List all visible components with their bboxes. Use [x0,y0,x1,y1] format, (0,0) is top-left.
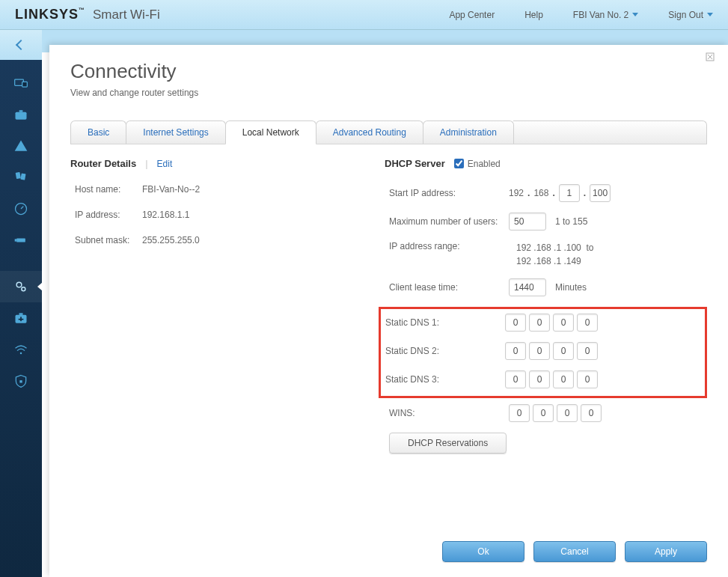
wins-d-input[interactable] [581,404,602,422]
dns2-b-input[interactable] [529,342,550,360]
tab-local-network[interactable]: Local Network [225,120,316,144]
dns1-d-input[interactable] [577,314,598,332]
ok-button[interactable]: Ok [442,541,524,562]
svg-rect-4 [16,172,21,179]
dns3-c-input[interactable] [553,370,574,388]
gauge-icon [13,201,28,216]
sidebar-item-devices[interactable] [0,67,42,99]
dns2-a-input[interactable] [505,342,526,360]
top-header: LINKSYS™ Smart Wi-Fi App Center Help FBI… [0,0,728,30]
gears-icon [13,279,28,294]
cancel-button[interactable]: Cancel [533,541,616,562]
sidebar-item-priority[interactable] [0,162,42,193]
ip-address-value: 192.168.1.1 [142,210,189,220]
sidebar-item-connectivity[interactable] [0,271,42,302]
tab-internet[interactable]: Internet Settings [126,120,225,144]
dhcp-enabled-label: Enabled [468,159,501,169]
max-users-label: Maximum number of users: [389,216,509,227]
brand-logo: LINKSYS™ [15,7,85,22]
svg-rect-8 [16,239,25,242]
svg-line-7 [21,207,23,209]
wifi-icon [13,342,28,357]
nav-help[interactable]: Help [524,10,543,20]
wins-label: WINS: [389,408,509,418]
top-nav: App Center Help FBI Van No. 2 Sign Out [449,10,713,20]
tab-basic[interactable]: Basic [70,120,126,144]
page-title: Connectivity [70,60,707,83]
svg-rect-3 [19,110,23,112]
usb-icon [13,233,28,248]
max-users-input[interactable] [509,213,546,231]
dhcp-title: DHCP Server [385,158,445,169]
router-details-header: Router Details | Edit [70,158,355,169]
close-button[interactable] [706,52,715,64]
devices-icon [13,76,28,91]
subnet-mask-value: 255.255.255.0 [142,235,200,245]
dns1-label: Static DNS 1: [385,317,505,328]
svg-rect-5 [20,173,25,180]
tabs: Basic Internet Settings Local Network Ad… [70,120,707,144]
tab-advanced[interactable]: Advanced Routing [316,120,423,144]
start-ip-b: 168 [533,188,548,198]
caret-down-icon [707,13,713,16]
sidebar-item-security[interactable] [0,365,42,397]
dns2-c-input[interactable] [553,342,574,360]
dhcp-header: DHCP Server Enabled [385,158,707,169]
svg-rect-13 [19,313,23,315]
sidebar-item-speedtest[interactable] [0,193,42,225]
svg-rect-17 [19,380,22,382]
nav-network-dropdown[interactable]: FBI Van No. 2 [573,10,638,20]
svg-point-16 [20,352,22,355]
sidebar-item-usb[interactable] [0,225,42,256]
range-value: 192 .168 .1 .100 to 192 .168 .1 .149 [509,241,593,268]
apply-button[interactable]: Apply [625,541,707,562]
start-ip-d-input[interactable] [590,184,611,202]
host-name-value: FBI-Van-No--2 [142,184,200,195]
separator: | [145,158,147,169]
chevron-left-icon [16,40,26,50]
wins-a-input[interactable] [509,404,530,422]
dns2-d-input[interactable] [577,342,598,360]
sidebar-item-parental[interactable] [0,130,42,162]
caret-down-icon [632,13,638,16]
max-users-hint: 1 to 155 [555,216,587,227]
dns1-b-input[interactable] [529,314,550,332]
nav-network-name: FBI Van No. 2 [573,10,628,20]
sidebar-item-wireless[interactable] [0,334,42,365]
footer-buttons: Ok Cancel Apply [70,526,707,562]
lease-unit: Minutes [555,282,587,293]
dhcp-reservations-button[interactable]: DHCP Reservations [389,433,507,454]
edit-link[interactable]: Edit [157,159,173,169]
subbrand: Smart Wi-Fi [93,7,160,22]
main-panel: Connectivity View and change router sett… [49,45,728,577]
logo-block: LINKSYS™ Smart Wi-Fi [15,7,160,22]
sidebar-item-troubleshoot[interactable] [0,302,42,334]
start-ip-c-input[interactable] [559,184,580,202]
svg-rect-2 [16,112,27,120]
svg-rect-1 [22,82,28,87]
dhcp-enabled-checkbox[interactable] [454,159,464,168]
shield-icon [13,373,28,388]
subnet-mask-label: Subnet mask: [75,235,142,245]
host-name-label: Host name: [75,184,142,195]
page-subtitle: View and change router settings [70,88,707,98]
svg-point-11 [22,287,25,291]
firstaid-icon [13,311,28,326]
dns1-a-input[interactable] [505,314,526,332]
briefcase-icon [13,107,28,122]
dns2-label: Static DNS 2: [385,346,505,356]
dns3-b-input[interactable] [529,370,550,388]
wins-c-input[interactable] [557,404,578,422]
dns1-c-input[interactable] [553,314,574,332]
dns3-d-input[interactable] [577,370,598,388]
range-label: IP address range: [389,241,509,251]
ip-address-label: IP address: [75,210,142,220]
dns3-a-input[interactable] [505,370,526,388]
tab-admin[interactable]: Administration [423,120,514,144]
nav-app-center[interactable]: App Center [449,10,495,20]
sidebar-item-guest[interactable] [0,99,42,130]
sidebar-back-button[interactable] [0,30,42,60]
nav-sign-out[interactable]: Sign Out [668,10,713,20]
wins-b-input[interactable] [533,404,554,422]
lease-input[interactable] [509,278,546,296]
